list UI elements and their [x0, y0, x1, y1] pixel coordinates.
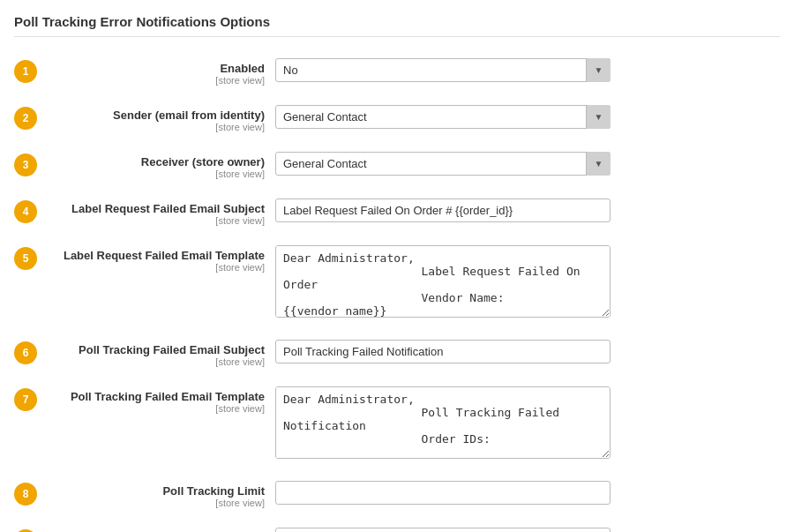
select-field[interactable]: General ContactSales RepresentativeCusto… [275, 152, 610, 176]
text-input[interactable] [275, 481, 610, 505]
select-field[interactable]: General ContactSales RepresentativeCusto… [275, 105, 610, 129]
store-view-label: [store view] [46, 122, 265, 132]
row-number-col: 4 [14, 199, 46, 223]
row-number-col: 7 [14, 386, 46, 411]
step-badge: 2 [14, 107, 37, 130]
form-row: 9Poll Tracking Limit Exceeded Email Subj… [14, 522, 780, 532]
field-label-col: Receiver (store owner)[store view] [46, 152, 275, 179]
step-badge: 4 [14, 200, 37, 223]
form-row: 6Poll Tracking Failed Email Subject[stor… [14, 334, 780, 372]
store-view-label: [store view] [46, 169, 265, 179]
input-col [275, 245, 780, 320]
store-view-label: [store view] [46, 356, 265, 367]
store-view-label: [store view] [46, 498, 265, 508]
row-number-col: 1 [14, 58, 46, 83]
page-title: Poll Tracking Error Notifications Option… [14, 14, 780, 37]
step-badge: 6 [14, 341, 37, 364]
select-field[interactable]: NoYes [275, 58, 610, 82]
form-row: 7Poll Tracking Failed Email Template[sto… [14, 381, 780, 467]
row-number-col: 8 [14, 481, 46, 506]
input-col [275, 481, 780, 505]
input-col [275, 528, 780, 532]
field-label: Enabled [46, 62, 265, 75]
input-col [275, 386, 780, 461]
input-col [275, 199, 780, 222]
field-label-col: Enabled[store view] [46, 58, 275, 86]
step-badge: 1 [14, 60, 37, 83]
field-label: Poll Tracking Limit [46, 484, 265, 498]
form-container: 1Enabled[store view]NoYes2Sender (email … [14, 53, 780, 532]
field-label-col: Poll Tracking Limit[store view] [46, 481, 275, 508]
store-view-label: [store view] [46, 262, 265, 273]
store-view-label: [store view] [46, 403, 265, 414]
field-label-col: Poll Tracking Failed Email Subject[store… [46, 340, 275, 367]
step-badge: 5 [14, 247, 37, 270]
textarea-field[interactable] [275, 386, 610, 459]
textarea-field[interactable] [275, 245, 610, 318]
text-input[interactable] [275, 199, 610, 222]
text-input[interactable] [275, 340, 610, 363]
row-number-col: 3 [14, 152, 46, 176]
step-badge: 8 [14, 483, 37, 506]
form-row: 2Sender (email from identity)[store view… [14, 100, 780, 138]
field-label: Poll Tracking Failed Email Subject [46, 343, 265, 356]
select-wrapper: NoYes [275, 58, 610, 82]
form-row: 3Receiver (store owner)[store view]Gener… [14, 146, 780, 184]
form-row: 5Label Request Failed Email Template[sto… [14, 240, 780, 326]
row-number-col: 5 [14, 245, 46, 270]
field-label-col: Label Request Failed Email Template[stor… [46, 245, 275, 273]
input-col [275, 340, 780, 363]
store-view-label: [store view] [46, 215, 265, 226]
form-row: 4Label Request Failed Email Subject[stor… [14, 193, 780, 231]
field-label: Label Request Failed Email Subject [46, 202, 265, 215]
field-label-col: Label Request Failed Email Subject[store… [46, 199, 275, 226]
textarea-wrapper [275, 386, 610, 461]
input-col: General ContactSales RepresentativeCusto… [275, 152, 780, 176]
field-label: Label Request Failed Email Template [46, 249, 265, 262]
row-number-col: 9 [14, 528, 46, 532]
field-label-col: Sender (email from identity)[store view] [46, 105, 275, 132]
step-badge: 3 [14, 154, 37, 176]
form-row: 8Poll Tracking Limit[store view] [14, 476, 780, 513]
store-view-label: [store view] [46, 75, 265, 86]
field-label-col: Poll Tracking Limit Exceeded Email Subje… [46, 528, 275, 532]
row-number-col: 6 [14, 340, 46, 364]
input-col: General ContactSales RepresentativeCusto… [275, 105, 780, 129]
field-label-col: Poll Tracking Failed Email Template[stor… [46, 386, 275, 414]
form-row: 1Enabled[store view]NoYes [14, 53, 780, 91]
field-label: Receiver (store owner) [46, 155, 265, 169]
row-number-col: 2 [14, 105, 46, 130]
input-col: NoYes [275, 58, 780, 82]
field-label: Sender (email from identity) [46, 109, 265, 122]
step-badge: 7 [14, 388, 37, 411]
select-wrapper: General ContactSales RepresentativeCusto… [275, 152, 610, 176]
text-input[interactable] [275, 528, 610, 532]
field-label: Poll Tracking Failed Email Template [46, 390, 265, 403]
textarea-wrapper [275, 245, 610, 320]
select-wrapper: General ContactSales RepresentativeCusto… [275, 105, 610, 129]
